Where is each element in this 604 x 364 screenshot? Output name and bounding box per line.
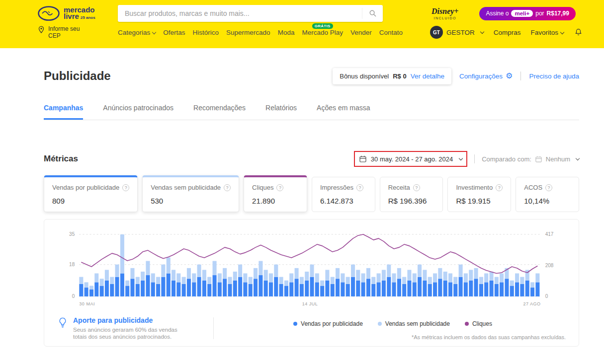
mercado-livre-logo[interactable]: mercado livre25 anos [37,5,118,21]
compare-label: Comparado com: [482,155,531,163]
help-icon[interactable]: ? [413,184,420,191]
metric-card-investimento[interactable]: Investimento? R$ 19.915 [447,177,511,212]
chevron-down-icon [576,156,580,160]
help-icon[interactable]: ? [356,184,363,191]
metric-card-cliques[interactable]: Cliques? 21.890 [244,175,307,212]
legend-vendas-sem-publicidade[interactable]: Vendas sem publicidade [378,320,450,327]
nav-favoritos[interactable]: Favoritos [530,29,564,36]
compare-value: Nenhum [546,155,570,163]
metric-value: 6.142.873 [320,197,367,205]
metric-label: Impressões [320,184,353,191]
chevron-down-icon [560,30,564,34]
metric-label: Vendas por publicidade [52,184,119,191]
tip-title-link[interactable]: Aporte para publicidade [73,316,187,324]
settings-link[interactable]: Configurações ⚙ [459,72,513,80]
calendar-icon [535,155,542,163]
search-input[interactable] [118,9,362,17]
bonus-amount: R$ 0 [393,73,406,80]
cep-selector[interactable]: Informe seu CEP [37,25,118,39]
site-header: mercado livre25 anos Disney+ INCLUIDO As… [0,0,604,48]
help-icon[interactable]: ? [545,184,552,191]
chevron-down-icon [480,30,484,34]
help-icon[interactable]: ? [496,184,503,191]
disney-plus-badge[interactable]: Disney+ INCLUIDO [431,7,458,20]
anniversary-label: 25 anos [81,15,95,20]
help-icon[interactable]: ? [122,184,129,191]
meli-plus-logo: meli+ [511,10,533,17]
nav-vender[interactable]: Vender [350,29,372,36]
svg-text:27 AGO: 27 AGO [523,301,540,306]
metric-card-impressoes[interactable]: Impressões? 6.142.873 [312,177,375,212]
legend-vendas-por-publicidade[interactable]: Vendas por publicidade [293,320,363,327]
metric-card-vendas-por-publicidade[interactable]: Vendas por publicidade? 809 [44,175,138,212]
chevron-down-icon [459,156,463,160]
gear-icon: ⚙ [506,72,513,80]
search-button[interactable] [362,8,383,19]
page-title: Publicidade [44,69,111,83]
svg-text:14 JUL: 14 JUL [302,301,318,306]
metric-card-receita[interactable]: Receita? R$ 196.396 [380,177,443,212]
help-icon[interactable]: ? [276,184,283,191]
svg-text:0: 0 [72,293,75,299]
svg-text:417: 417 [545,231,554,237]
svg-text:208: 208 [545,263,554,268]
metrics-section-title: Métricas [44,154,78,164]
tab-recomendacoes[interactable]: Recomendações [193,104,246,120]
metric-value: R$ 19.915 [456,197,503,205]
avatar: GT [430,26,443,39]
bonus-label: Bônus disponível [340,73,389,80]
compare-with-picker[interactable]: Comparado com: Nenhum [482,155,579,163]
account-menu[interactable]: GT GESTOR [430,26,484,39]
account-name: GESTOR [446,29,475,36]
svg-text:30 MAI: 30 MAI [79,301,95,306]
help-link[interactable]: Preciso de ajuda [529,73,579,80]
nav-historico[interactable]: Histórico [193,29,219,36]
metrics-chart-card: 01835020841730 MAI14 JUL27 AGO Aporte pa… [44,219,579,347]
metrics-chart[interactable]: 01835020841730 MAI14 JUL27 AGO [57,230,566,309]
gratis-badge: GRÁTIS [312,23,333,29]
divider [474,154,475,163]
cep-label-line2: CEP [48,32,80,39]
nav-compras[interactable]: Compras [494,29,521,36]
metric-card-vendas-sem-publicidade[interactable]: Vendas sem publicidade? 530 [142,175,239,212]
metric-value: 21.890 [252,197,299,205]
metric-cards-row: Vendas por publicidade? 809 Vendas sem p… [44,177,579,212]
tip-block: Aporte para publicidade Seus anúncios ge… [57,316,207,340]
legend-dot [465,322,469,326]
metric-card-acos[interactable]: ACOS? 10,14% [516,177,579,212]
notifications-bell-icon[interactable] [574,27,583,37]
nav-ofertas[interactable]: Ofertas [163,29,185,36]
search-bar [118,5,383,22]
metric-label: Investimento [456,184,493,191]
metric-value: 530 [151,197,231,205]
metric-value: 10,14% [524,197,571,205]
meli-price: R$17,99 [547,10,569,17]
metric-label: ACOS [524,184,542,191]
metric-value: 809 [52,197,129,205]
main-content: Publicidade Bônus disponível R$ 0 Ver de… [0,48,604,347]
tab-relatorios[interactable]: Relatórios [265,104,297,120]
nav-categorias[interactable]: Categorias [118,29,156,36]
bonus-card: Bônus disponível R$ 0 Ver detalhe [333,68,451,84]
tab-acoes-em-massa[interactable]: Ações em massa [317,104,370,120]
meli-connector: por [535,10,544,17]
meli-plus-subscribe-button[interactable]: Assine o meli+ por R$17,99 [479,7,575,20]
legend-cliques[interactable]: Cliques [465,320,492,327]
svg-text:18: 18 [69,262,75,267]
divider [213,317,214,339]
nav-moda[interactable]: Moda [278,29,295,36]
metric-label: Receita [388,184,410,191]
help-icon[interactable]: ? [224,184,231,191]
divider [520,72,521,80]
main-nav: Categorias Ofertas Histórico Supermercad… [118,29,403,36]
tab-campanhas[interactable]: Campanhas [44,104,83,120]
bonus-detail-link[interactable]: Ver detalhe [411,73,444,80]
svg-text:35: 35 [69,231,75,237]
date-range-picker[interactable]: 30 may. 2024 - 27 ago. 2024 [354,151,467,167]
date-range-value: 30 may. 2024 - 27 ago. 2024 [371,155,453,163]
location-pin-icon [37,25,45,34]
tab-anuncios-patrocinados[interactable]: Anúncios patrocinados [103,104,173,120]
nav-contato[interactable]: Contato [379,29,403,36]
nav-supermercado[interactable]: Supermercado [226,29,270,36]
nav-mercado-play[interactable]: GRÁTISMercado Play [302,29,343,36]
